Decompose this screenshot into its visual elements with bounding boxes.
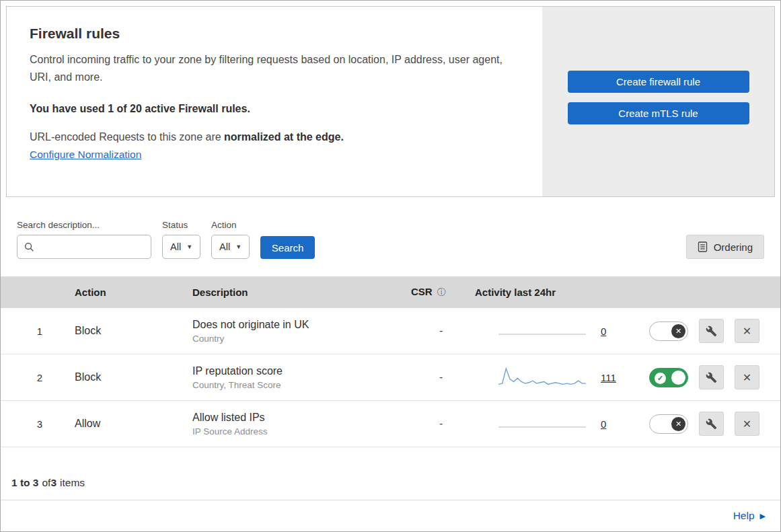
header-description: Description <box>179 287 398 298</box>
rule-csr-value: - <box>398 418 461 430</box>
edit-rule-button[interactable] <box>699 412 724 436</box>
toggle-knob: ✕ <box>671 324 685 338</box>
chevron-down-icon: ▼ <box>186 243 192 250</box>
ordering-button[interactable]: Ordering <box>686 235 764 259</box>
normalization-text: URL-encoded Requests to this zone are <box>30 131 224 143</box>
help-link-label: Help <box>733 510 755 522</box>
ordering-icon <box>698 241 708 252</box>
rule-controls: ✓ ✕ ✕ <box>622 319 780 343</box>
toggle-knob: ✕ <box>671 417 685 431</box>
rule-priority: 1 <box>1 326 61 337</box>
rule-activity-cell: 111 <box>461 366 622 389</box>
action-dropdown-value: All <box>219 241 230 252</box>
usage-summary: You have used 1 of 20 active Firewall ru… <box>30 103 515 115</box>
action-field: Action All ▼ <box>211 220 250 259</box>
search-field: Search description... <box>17 220 151 259</box>
footer-range: 1 to 3 <box>11 477 38 489</box>
action-dropdown[interactable]: All ▼ <box>211 235 250 259</box>
header-action: Action <box>61 287 179 298</box>
create-firewall-rule-button[interactable]: Create firewall rule <box>568 71 749 93</box>
status-label: Status <box>162 220 200 230</box>
rule-activity-cell: 0 <box>461 412 622 435</box>
footer-items: items <box>60 477 85 489</box>
filter-bar: Search description... Status All ▼ Actio… <box>1 197 780 276</box>
page-title: Firewall rules <box>30 26 515 42</box>
rule-csr-value: - <box>398 371 461 383</box>
activity-count-link[interactable]: 0 <box>601 418 606 430</box>
status-dropdown-value: All <box>170 241 181 252</box>
search-input[interactable] <box>39 241 144 252</box>
rule-action: Allow <box>61 418 179 430</box>
rule-description: Does not originate in UK <box>192 319 398 331</box>
close-icon: ✕ <box>743 371 751 384</box>
configure-normalization-link[interactable]: Configure Normalization <box>30 149 141 161</box>
status-field: Status All ▼ <box>162 220 200 259</box>
delete-rule-button[interactable]: ✕ <box>735 319 759 343</box>
rule-action: Block <box>61 371 179 383</box>
wrench-icon <box>706 418 717 430</box>
filter-controls: Search description... Status All ▼ Actio… <box>17 220 315 259</box>
wrench-icon <box>706 372 717 383</box>
rule-description: IP reputation score <box>192 365 398 377</box>
search-label: Search description... <box>17 220 151 230</box>
rule-csr-value: - <box>398 325 461 337</box>
normalization-bold-text: normalized at the edge. <box>224 131 344 143</box>
search-icon <box>24 242 34 252</box>
rule-fields: Country <box>192 334 398 344</box>
info-icon[interactable]: ⓘ <box>437 287 446 297</box>
rule-controls: ✓ ✕ ✕ <box>622 365 780 389</box>
page-description: Control incoming traffic to your zone by… <box>30 51 507 85</box>
rule-enabled-toggle[interactable]: ✓ ✕ <box>649 414 688 434</box>
activity-sparkline <box>498 366 586 389</box>
rule-priority: 3 <box>1 418 61 430</box>
rule-description-cell: Does not originate in UK Country <box>179 319 398 344</box>
ordering-button-label: Ordering <box>714 241 753 253</box>
firewall-rules-page: Firewall rules Control incoming traffic … <box>0 0 781 532</box>
normalization-note: URL-encoded Requests to this zone are no… <box>30 131 515 143</box>
toggle-knob: ✕ <box>671 371 685 385</box>
rules-table: Action Description CSRⓘ Activity last 24… <box>1 276 780 447</box>
x-icon: ✕ <box>675 328 681 335</box>
table-row: 2 Block IP reputation score Country, Thr… <box>1 354 780 401</box>
delete-rule-button[interactable]: ✕ <box>735 365 759 389</box>
rule-description: Allow listed IPs <box>192 412 398 424</box>
rule-fields: Country, Threat Score <box>192 380 398 390</box>
activity-sparkline <box>498 412 586 435</box>
summary-text-block: Firewall rules Control incoming traffic … <box>7 7 542 196</box>
check-icon: ✓ <box>655 373 666 384</box>
help-bar: Help ▶ <box>1 500 780 531</box>
rule-controls: ✓ ✕ ✕ <box>622 412 780 436</box>
wrench-icon <box>706 326 717 337</box>
table-row: 3 Allow Allow listed IPs IP Source Addre… <box>1 401 780 447</box>
x-icon: ✕ <box>675 420 681 428</box>
edit-rule-button[interactable] <box>699 319 724 343</box>
table-header-row: Action Description CSRⓘ Activity last 24… <box>1 276 780 308</box>
delete-rule-button[interactable]: ✕ <box>735 412 759 436</box>
activity-count-link[interactable]: 111 <box>601 372 616 383</box>
table-footer: 1 to 3 of 3 items <box>1 447 780 500</box>
create-actions-panel: Create firewall rule Create mTLS rule <box>542 7 774 196</box>
rule-description-cell: IP reputation score Country, Threat Scor… <box>179 365 398 390</box>
rule-enabled-toggle[interactable]: ✓ ✕ <box>649 321 688 341</box>
activity-count-link[interactable]: 0 <box>601 326 606 337</box>
help-link[interactable]: Help ▶ <box>733 510 766 522</box>
status-dropdown[interactable]: All ▼ <box>162 235 200 259</box>
footer-total: 3 <box>50 477 57 489</box>
header-activity: Activity last 24hr <box>461 287 622 298</box>
rule-enabled-toggle[interactable]: ✓ ✕ <box>649 368 688 387</box>
activity-sparkline <box>498 319 586 342</box>
firewall-summary-card: Firewall rules Control incoming traffic … <box>6 6 775 197</box>
rule-action: Block <box>61 325 179 337</box>
rule-priority: 2 <box>1 372 61 383</box>
table-row: 1 Block Does not originate in UK Country… <box>1 308 780 354</box>
create-mtls-rule-button[interactable]: Create mTLS rule <box>568 102 749 124</box>
table-body: 1 Block Does not originate in UK Country… <box>1 308 780 447</box>
close-icon: ✕ <box>743 325 751 338</box>
search-button[interactable]: Search <box>260 236 315 259</box>
action-label: Action <box>211 220 250 230</box>
chevron-right-icon: ▶ <box>760 512 766 520</box>
search-input-wrapper <box>17 235 151 259</box>
edit-rule-button[interactable] <box>699 365 724 389</box>
chevron-down-icon: ▼ <box>235 243 241 250</box>
rule-description-cell: Allow listed IPs IP Source Address <box>179 412 398 436</box>
